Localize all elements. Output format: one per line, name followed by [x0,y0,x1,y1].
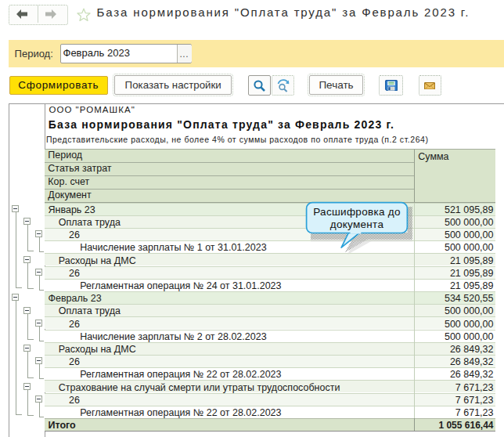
svg-text:документа: документа [330,218,384,230]
svg-text:Расшифровка до: Расшифровка до [313,206,401,218]
